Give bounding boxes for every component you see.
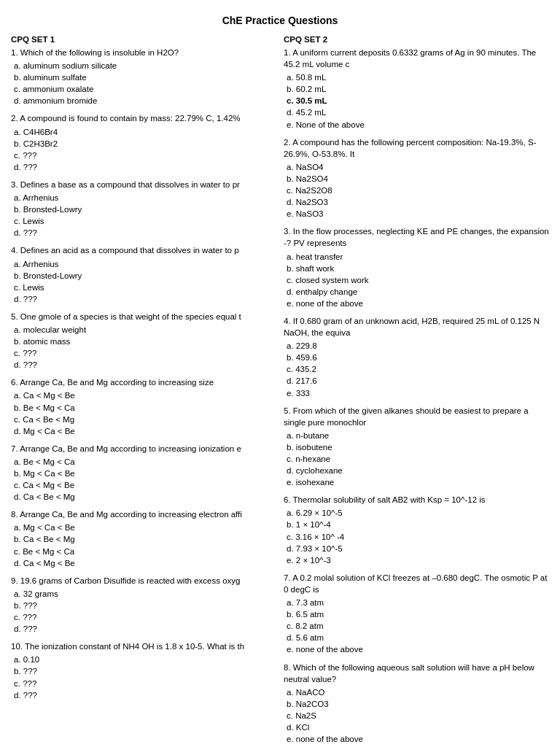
question-block: 6. Thermolar solubility of salt AB2 with… [284, 494, 549, 566]
answer-option: b. atomic mass [11, 336, 276, 347]
answer-option: c. Na2S2O8 [284, 185, 549, 196]
answer-option: c. Be < Mg < Ca [11, 546, 276, 557]
answer-option: d. ??? [11, 359, 276, 371]
question-block: 1. Which of the following is insoluble i… [11, 47, 276, 107]
answer-option: e. 333 [284, 387, 549, 399]
answer-option: b. Be < Mg < Ca [11, 402, 276, 414]
answer-option: b. shaft work [284, 263, 549, 274]
answer-option: e. None of the above [284, 119, 549, 131]
answer-option: c. ammonium oxalate [11, 83, 276, 95]
answer-option: d. KCl [284, 721, 549, 733]
answer-option: b. 6.5 atm [284, 608, 549, 620]
answer-option: c. 3.16 × 10^ -4 [284, 531, 549, 543]
question-block: 2. A compound has the following percent … [284, 136, 549, 220]
answer-option: e. none of the above [284, 733, 549, 745]
question-text: 4. Defines an acid as a compound that di… [11, 244, 276, 256]
answer-option: c. ??? [11, 611, 276, 623]
question-block: 5. One gmole of a species is that weight… [11, 311, 276, 371]
question-block: 8. Which of the following aqueous salt s… [284, 662, 549, 746]
set1-label: CPQ SET 1 [11, 35, 276, 44]
answer-option: b. aluminum sulfate [11, 71, 276, 83]
answer-option: d. 45.2 mL [284, 107, 549, 118]
answer-option: c. 435.2 [284, 363, 549, 375]
answer-option: c. Ca < Be < Mg [11, 414, 276, 425]
answer-option: d. Ca < Mg < Be [11, 557, 276, 569]
question-text: 5. One gmole of a species is that weight… [11, 311, 276, 322]
page-title: ChE Practice Questions [11, 15, 549, 26]
answer-option: a. NaACO [284, 686, 549, 698]
question-block: 3. In the flow processes, neglecting KE … [284, 225, 549, 309]
answer-option: d. ??? [11, 227, 276, 239]
answer-option: a. 50.8 mL [284, 71, 549, 83]
answer-option: a. n-butane [284, 430, 549, 441]
answer-option: a. heat transfer [284, 251, 549, 263]
answer-option: c. Ca < Mg < Be [11, 479, 276, 491]
question-text: 5. From which of the given alkanes shoul… [284, 405, 549, 428]
answer-option: d. ??? [11, 293, 276, 305]
question-block: 10. The ionization constant of NH4 OH is… [11, 640, 276, 700]
question-text: 2. A compound has the following percent … [284, 136, 549, 160]
set1-column: CPQ SET 1 1. Which of the following is i… [11, 35, 276, 747]
answer-option: d. enthalpy change [284, 286, 549, 298]
answer-option: a. aluminum sodium silicate [11, 60, 276, 71]
answer-option: b. ??? [11, 665, 276, 677]
answer-option: b. Bronsted-Lowry [11, 270, 276, 282]
answer-option: c. Na2S [284, 710, 549, 721]
answer-option: b. Na2SO4 [284, 173, 549, 185]
answer-option: b. isobutene [284, 441, 549, 453]
answer-option: a. 7.3 atm [284, 597, 549, 608]
answer-option: b. Mg < Ca < Be [11, 468, 276, 479]
answer-option: e. NaSO3 [284, 208, 549, 220]
question-text: 3. In the flow processes, neglecting KE … [284, 225, 549, 249]
answer-option: c. 30.5 mL [284, 95, 549, 107]
answer-option: d. Na2SO3 [284, 196, 549, 208]
question-text: 10. The ionization constant of NH4 OH is… [11, 640, 276, 652]
answer-option: c. Lewis [11, 215, 276, 227]
answer-option: c. ??? [11, 150, 276, 161]
answer-option: d. 5.6 atm [284, 632, 549, 643]
question-text: 7. A 0.2 molal solution of KCl freezes a… [284, 572, 549, 595]
answer-option: b. 1 × 10^-4 [284, 519, 549, 530]
answer-option: d. Ca < Be < Mg [11, 491, 276, 503]
answer-option: a. Mg < Ca < Be [11, 522, 276, 533]
answer-option: b. ??? [11, 600, 276, 611]
question-text: 2. A compound is found to contain by mas… [11, 112, 276, 124]
question-text: 8. Arrange Ca, Be and Mg according to in… [11, 508, 276, 520]
question-text: 7. Arrange Ca, Be and Mg according to in… [11, 443, 276, 454]
answer-option: c. 8.2 atm [284, 620, 549, 632]
answer-option: c. ??? [11, 347, 276, 359]
question-block: 7. A 0.2 molal solution of KCl freezes a… [284, 572, 549, 656]
question-text: 6. Thermolar solubility of salt AB2 with… [284, 494, 549, 506]
answer-option: b. 60.2 mL [284, 83, 549, 95]
question-text: 3. Defines a base as a compound that dis… [11, 179, 276, 190]
question-text: 1. A uniform current deposits 0.6332 gra… [284, 47, 549, 70]
answer-option: e. none of the above [284, 643, 549, 655]
answer-option: a. 32 grams [11, 588, 276, 600]
answer-option: d. ??? [11, 623, 276, 635]
question-block: 6. Arrange Ca, Be and Mg according to in… [11, 376, 276, 436]
question-text: 1. Which of the following is insoluble i… [11, 47, 276, 58]
question-block: 4. Defines an acid as a compound that di… [11, 244, 276, 304]
question-block: 4. If 0.680 gram of an unknown acid, H2B… [284, 315, 549, 399]
answer-option: a. 0.10 [11, 654, 276, 665]
question-block: 8. Arrange Ca, Be and Mg according to in… [11, 508, 276, 568]
answer-option: a. molecular weight [11, 324, 276, 336]
answer-option: e. isohexane [284, 476, 549, 488]
set2-label: CPQ SET 2 [284, 35, 549, 44]
answer-option: d. ??? [11, 689, 276, 701]
answer-option: a. Be < Mg < Ca [11, 456, 276, 468]
answer-option: d. cyclohexane [284, 465, 549, 476]
answer-option: e. none of the above [284, 298, 549, 309]
answer-option: d. 217.6 [284, 375, 549, 387]
answer-option: b. Ca < Be < Mg [11, 533, 276, 545]
answer-option: a. 229.8 [284, 340, 549, 352]
question-block: 2. A compound is found to contain by mas… [11, 112, 276, 172]
question-text: 6. Arrange Ca, Be and Mg according to in… [11, 376, 276, 388]
answer-option: d. ??? [11, 161, 276, 173]
answer-option: c. ??? [11, 678, 276, 689]
question-block: 3. Defines a base as a compound that dis… [11, 179, 276, 239]
answer-option: d. 7.93 × 10^-5 [284, 543, 549, 554]
answer-option: a. 6.29 × 10^-5 [284, 507, 549, 519]
answer-option: a. NaSO4 [284, 161, 549, 173]
answer-option: e. 2 × 10^-3 [284, 554, 549, 566]
